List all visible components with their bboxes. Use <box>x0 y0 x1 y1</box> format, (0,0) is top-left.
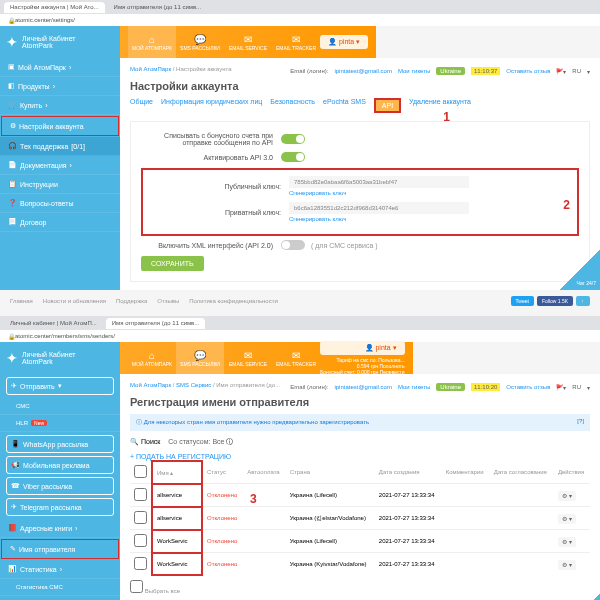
tab-security[interactable]: Безопасность <box>270 98 315 113</box>
col-name[interactable]: Имя ▴ <box>152 461 202 484</box>
row-action[interactable]: ⚙ ▾ <box>558 560 576 570</box>
footer-reviews[interactable]: Отзывы <box>157 298 179 304</box>
user-menu-2[interactable]: 👤 pinta ▾ <box>320 341 405 355</box>
side-buy[interactable]: 🛒 Купить › <box>0 96 120 115</box>
nav-sms-2[interactable]: 💬SMS РАССЫЛКИ <box>176 342 224 374</box>
side-atompark[interactable]: ▣ Мой АтомПарк › <box>0 58 120 77</box>
tweet-button[interactable]: Tweet <box>511 296 534 306</box>
status-filter[interactable]: Со статусом: Все <box>168 438 224 445</box>
page-title-2: Регистрация имени отправителя <box>130 396 590 408</box>
register-link[interactable]: + ПОДАТЬ НА РЕГИСТРАЦИЮ <box>130 453 590 460</box>
fb-button[interactable]: Follow 1.5K <box>537 296 573 306</box>
side-stats[interactable]: 📊 Статистика › <box>0 560 120 579</box>
row-checkbox[interactable] <box>134 534 147 547</box>
col-autopay[interactable]: Автооплата <box>243 461 285 484</box>
col-country[interactable]: Страна <box>286 461 375 484</box>
side-instructions[interactable]: 📋 Инструкции <box>0 175 120 194</box>
review-link[interactable]: Оставить отзыв <box>506 68 550 74</box>
footer-news[interactable]: Новости и обновления <box>43 298 106 304</box>
track-icon: ✉ <box>292 350 300 361</box>
side-settings[interactable]: ⚙ Настройки аккаунта <box>1 116 119 136</box>
footer-home[interactable]: Главная <box>10 298 33 304</box>
bc-home[interactable]: Мой АтомПарк <box>130 66 171 72</box>
tab-epochta[interactable]: ePochta SMS <box>323 98 366 113</box>
nav-tracker-2[interactable]: ✉EMAIL TRACKER <box>272 342 320 374</box>
side-addressbook[interactable]: 📕 Адресные книги › <box>0 519 120 538</box>
col-comments[interactable]: Комментарии <box>442 461 490 484</box>
chat-widget[interactable]: Чат 24/7 <box>560 250 600 290</box>
side-mobile-ads[interactable]: 📢 Мобильная реклама <box>6 456 114 474</box>
info-note: ⓘ Для некоторых стран имя отправителя ну… <box>130 414 590 431</box>
bc-sms[interactable]: SMS Сервис <box>176 382 211 388</box>
send-button[interactable]: ✈ Отправить ▾ <box>6 377 114 395</box>
row-checkbox[interactable] <box>134 488 147 501</box>
side-stats-hlr[interactable]: Статистика HLR <box>0 596 120 600</box>
row-checkbox[interactable] <box>134 511 147 524</box>
row-action[interactable]: ⚙ ▾ <box>558 491 576 501</box>
side-stats-sms[interactable]: Статистика СМС <box>0 579 120 596</box>
side-hlr[interactable]: HLR New <box>0 415 120 432</box>
pubkey-regen[interactable]: Сгенерировать ключ <box>289 190 469 196</box>
user-menu[interactable]: 👤 pinta ▾ <box>320 35 368 49</box>
side-faq[interactable]: ❓ Вопросы-ответы <box>0 194 120 213</box>
logo[interactable]: ✦ Личный КабинетAtomPark <box>0 26 120 58</box>
tab-1[interactable]: Настройки аккаунта | Мой Ато... <box>4 2 105 13</box>
select-all-checkbox[interactable] <box>134 465 147 478</box>
nav-tracker[interactable]: ✉EMAIL TRACKER <box>272 26 320 58</box>
tab2-1[interactable]: Личный кабинет | Мой АтомП... <box>4 318 103 329</box>
pubkey-value[interactable]: 785bbd82e0abaa6f6a5003aa31bebf47 <box>289 176 469 188</box>
url-bar[interactable]: 🔒 atomic.center/settings/ <box>0 14 600 26</box>
nav-atompark-2[interactable]: ⌂МОЙ АТОМПАРК <box>128 342 176 374</box>
side-viber[interactable]: ☎ Viber рассылка <box>6 477 114 495</box>
tab-general[interactable]: Общие <box>130 98 153 113</box>
review-link-2[interactable]: Оставить отзыв <box>506 384 550 390</box>
row-action[interactable]: ⚙ ▾ <box>558 537 576 547</box>
user-email-2: ipintatest@gmail.com <box>334 384 391 390</box>
nav-email-2[interactable]: ✉EMAIL SERVICE <box>224 342 272 374</box>
col-date[interactable]: Дата создания <box>375 461 442 484</box>
row-checkbox[interactable] <box>134 557 147 570</box>
xml-toggle[interactable] <box>281 240 305 250</box>
footer-support[interactable]: Поддержка <box>116 298 147 304</box>
select-all-bottom[interactable] <box>130 580 143 593</box>
nav-sms[interactable]: 💬SMS РАССЫЛКИ <box>176 26 224 58</box>
side-whatsapp[interactable]: 📱 WhatsApp рассылка <box>6 435 114 453</box>
info-help[interactable]: [?] <box>577 418 584 424</box>
col-agree-date[interactable]: Дата согласования <box>490 461 554 484</box>
url-bar-2[interactable]: 🔒 atomic.center/members/sms/senders/ <box>0 330 600 342</box>
tab-api[interactable]: API <box>374 98 401 113</box>
tickets-link[interactable]: Мои тикеты <box>398 68 430 74</box>
side-contract[interactable]: 📃 Договор <box>0 213 120 232</box>
tab-legal[interactable]: Информация юридических лиц <box>161 98 262 113</box>
table-row: allserviceОтклоненоУкраина (Lifecell)202… <box>130 484 590 507</box>
row-action[interactable]: ⚙ ▾ <box>558 514 576 524</box>
side-sender-name[interactable]: ✎ Имя отправителя <box>1 539 119 559</box>
side-support[interactable]: 🎧 Тех поддержка [0/1] <box>0 137 120 156</box>
chat-icon: 💬 <box>194 34 206 45</box>
country-badge: Ukraine <box>436 67 465 75</box>
nav-email[interactable]: ✉EMAIL SERVICE <box>224 26 272 58</box>
page-title: Настройки аккаунта <box>130 80 590 92</box>
keys-box: Публичный ключ: 785bbd82e0abaa6f6a5003aa… <box>141 168 579 236</box>
bc-home-2[interactable]: Мой АтомПарк <box>130 382 171 388</box>
home-icon: ⌂ <box>149 34 155 45</box>
chat-widget-2[interactable]: Чат 24/7 <box>560 594 600 600</box>
nav-atompark[interactable]: ⌂МОЙ АТОМПАРК <box>128 26 176 58</box>
tickets-link-2[interactable]: Мои тикеты <box>398 384 430 390</box>
tab-delete[interactable]: Удаление аккаунта <box>409 98 471 113</box>
privkey-value[interactable]: b6c6a1283551d2c212df968d314074e6 <box>289 202 469 214</box>
side-telegram[interactable]: ✈ Telegram рассылка <box>6 498 114 516</box>
privkey-regen[interactable]: Сгенерировать ключ <box>289 216 469 222</box>
logo-2[interactable]: ✦ Личный КабинетAtomPark <box>0 342 120 374</box>
tab2-2[interactable]: Имя отправителя (до 11 симв... <box>106 318 206 329</box>
side-sms[interactable]: СМС <box>0 398 120 415</box>
side-products[interactable]: ◧ Продукты › <box>0 77 120 96</box>
bonus-toggle[interactable] <box>281 134 305 144</box>
col-status[interactable]: Статус <box>202 461 243 484</box>
scroll-top[interactable]: ↑ <box>576 296 590 306</box>
side-docs[interactable]: 📄 Документация › <box>0 156 120 175</box>
footer-privacy[interactable]: Политика конфиденциальности <box>189 298 278 304</box>
save-button[interactable]: СОХРАНИТЬ <box>141 256 204 271</box>
tab-2[interactable]: Имя отправителя (до 11 симв... <box>108 2 208 13</box>
activate-toggle[interactable] <box>281 152 305 162</box>
